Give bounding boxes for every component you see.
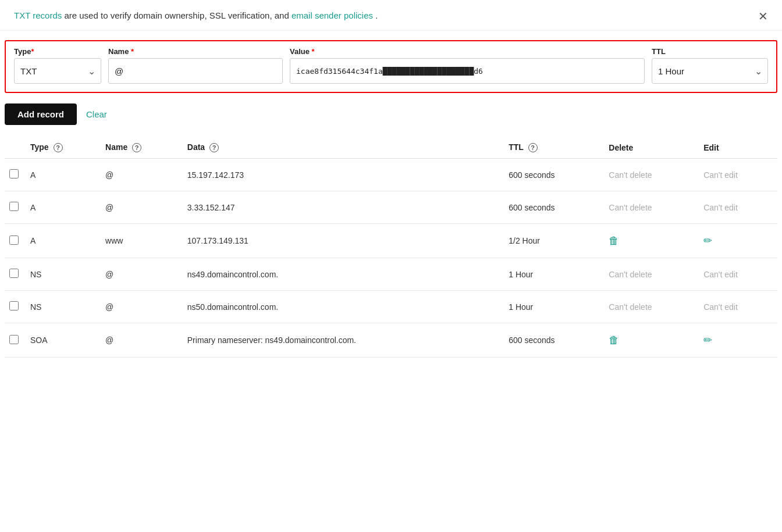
row-5-checkbox-cell xyxy=(5,323,26,358)
row-1-edit-cell: Can't edit xyxy=(699,191,777,224)
row-0-checkbox-cell xyxy=(5,159,26,191)
header-checkbox-col xyxy=(5,137,26,159)
name-required-star: * xyxy=(131,47,134,56)
row-5-checkbox[interactable] xyxy=(9,335,19,344)
row-3-ttl: 1 Hour xyxy=(504,258,604,291)
row-1-ttl: 600 seconds xyxy=(504,191,604,224)
type-field: Type* TXT A CNAME MX NS ⌄ xyxy=(14,47,101,84)
row-1-delete-cell: Can't delete xyxy=(604,191,699,224)
top-banner: TXT records are used to verify domain ow… xyxy=(0,0,782,31)
header-ttl: TTL ? xyxy=(504,137,604,159)
row-4-data: ns50.domaincontrol.com. xyxy=(183,291,504,323)
form-row: Type* TXT A CNAME MX NS ⌄ Name * Valu xyxy=(14,47,768,84)
table-row: A@15.197.142.173600 secondsCan't deleteC… xyxy=(5,159,777,191)
row-2-ttl: 1/2 Hour xyxy=(504,224,604,258)
row-3-checkbox-cell xyxy=(5,258,26,291)
banner-middle-text: are used to verify domain ownership, SSL… xyxy=(64,10,291,20)
ttl-select-wrapper: 30 Minutes 1 Hour 2 Hours 4 Hours 8 Hour… xyxy=(652,58,768,84)
table-header-row: Type ? Name ? Data ? TTL ? Delete Edit xyxy=(5,137,777,159)
row-0-data: 15.197.142.173 xyxy=(183,159,504,191)
row-5-delete-icon[interactable]: 🗑 xyxy=(609,334,619,346)
add-record-form: Type* TXT A CNAME MX NS ⌄ Name * Valu xyxy=(5,40,777,93)
add-record-button[interactable]: Add record xyxy=(5,103,77,125)
row-2-name: www xyxy=(101,224,183,258)
value-label: Value * xyxy=(290,47,645,56)
row-0-edit-cell: Can't edit xyxy=(699,159,777,191)
ttl-select[interactable]: 30 Minutes 1 Hour 2 Hours 4 Hours 8 Hour… xyxy=(652,58,768,84)
header-data: Data ? xyxy=(183,137,504,159)
row-2-edit-cell[interactable]: ✏ xyxy=(699,224,777,258)
type-label: Type* xyxy=(14,47,101,56)
value-field: Value * xyxy=(290,47,645,84)
banner-text: TXT records are used to verify domain ow… xyxy=(14,10,749,20)
data-help-icon[interactable]: ? xyxy=(209,143,219,152)
row-0-delete-cell: Can't delete xyxy=(604,159,699,191)
table-row: A@3.33.152.147600 secondsCan't deleteCan… xyxy=(5,191,777,224)
row-2-checkbox[interactable] xyxy=(9,235,19,245)
row-0-checkbox[interactable] xyxy=(9,169,19,178)
row-3-name: @ xyxy=(101,258,183,291)
table-row: SOA@Primary nameserver: ns49.domaincontr… xyxy=(5,323,777,358)
row-5-name: @ xyxy=(101,323,183,358)
close-button[interactable]: ✕ xyxy=(758,10,768,22)
row-5-edit-icon[interactable]: ✏ xyxy=(703,334,712,346)
ttl-field: TTL 30 Minutes 1 Hour 2 Hours 4 Hours 8 … xyxy=(652,47,768,84)
name-input[interactable] xyxy=(108,58,283,84)
row-3-data: ns49.domaincontrol.com. xyxy=(183,258,504,291)
row-1-type: A xyxy=(26,191,101,224)
row-2-delete-cell[interactable]: 🗑 xyxy=(604,224,699,258)
row-2-delete-icon[interactable]: 🗑 xyxy=(609,235,619,247)
row-2-edit-icon[interactable]: ✏ xyxy=(703,235,712,247)
row-1-checkbox[interactable] xyxy=(9,202,19,211)
row-3-edit-cell: Can't edit xyxy=(699,258,777,291)
dns-records-table: Type ? Name ? Data ? TTL ? Delete Edit A… xyxy=(5,137,777,358)
table-row: NS@ns49.domaincontrol.com.1 HourCan't de… xyxy=(5,258,777,291)
row-5-delete-cell[interactable]: 🗑 xyxy=(604,323,699,358)
type-required-star: * xyxy=(31,47,34,56)
row-3-delete-cell: Can't delete xyxy=(604,258,699,291)
value-input[interactable] xyxy=(290,58,645,84)
row-4-edit-cell: Can't edit xyxy=(699,291,777,323)
banner-end-text: . xyxy=(375,10,378,20)
ttl-help-icon[interactable]: ? xyxy=(528,143,538,152)
row-1-name: @ xyxy=(101,191,183,224)
row-5-edit-cell[interactable]: ✏ xyxy=(699,323,777,358)
row-2-type: A xyxy=(26,224,101,258)
header-name: Name ? xyxy=(101,137,183,159)
email-sender-link[interactable]: email sender policies xyxy=(292,10,373,20)
header-type: Type ? xyxy=(26,137,101,159)
dns-records-table-section: Type ? Name ? Data ? TTL ? Delete Edit A… xyxy=(0,131,782,358)
row-0-ttl: 600 seconds xyxy=(504,159,604,191)
ttl-label: TTL xyxy=(652,47,768,56)
row-5-ttl: 600 seconds xyxy=(504,323,604,358)
header-edit: Edit xyxy=(699,137,777,159)
type-select[interactable]: TXT A CNAME MX NS xyxy=(14,58,101,84)
name-field: Name * xyxy=(108,47,283,84)
row-2-data: 107.173.149.131 xyxy=(183,224,504,258)
actions-row: Add record Clear xyxy=(0,93,782,131)
row-0-name: @ xyxy=(101,159,183,191)
row-2-checkbox-cell xyxy=(5,224,26,258)
row-4-type: NS xyxy=(26,291,101,323)
value-required-star: * xyxy=(312,47,315,56)
row-5-data: Primary nameserver: ns49.domaincontrol.c… xyxy=(183,323,504,358)
row-1-data: 3.33.152.147 xyxy=(183,191,504,224)
table-row: Awww107.173.149.1311/2 Hour🗑✏ xyxy=(5,224,777,258)
row-4-checkbox[interactable] xyxy=(9,301,19,310)
name-help-icon[interactable]: ? xyxy=(132,143,141,152)
clear-button[interactable]: Clear xyxy=(86,109,107,119)
name-label: Name * xyxy=(108,47,283,56)
row-4-ttl: 1 Hour xyxy=(504,291,604,323)
row-0-type: A xyxy=(26,159,101,191)
value-input-wrapper xyxy=(290,58,645,84)
row-4-delete-cell: Can't delete xyxy=(604,291,699,323)
row-4-name: @ xyxy=(101,291,183,323)
type-help-icon[interactable]: ? xyxy=(54,143,63,152)
table-row: NS@ns50.domaincontrol.com.1 HourCan't de… xyxy=(5,291,777,323)
row-4-checkbox-cell xyxy=(5,291,26,323)
row-3-type: NS xyxy=(26,258,101,291)
type-select-wrapper: TXT A CNAME MX NS ⌄ xyxy=(14,58,101,84)
txt-records-link[interactable]: TXT records xyxy=(14,10,62,20)
header-delete: Delete xyxy=(604,137,699,159)
row-3-checkbox[interactable] xyxy=(9,269,19,278)
